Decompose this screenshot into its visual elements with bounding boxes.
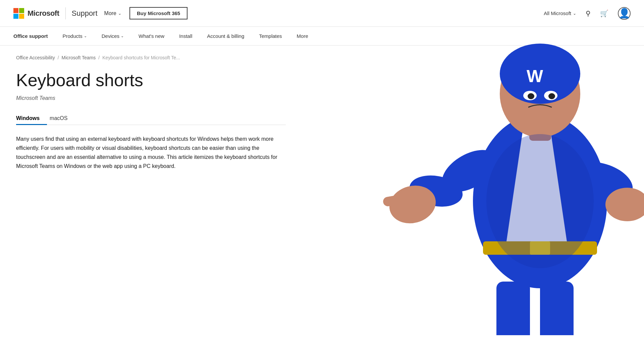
all-microsoft-button[interactable]: All Microsoft ⌄: [544, 10, 576, 16]
svg-point-0: [473, 114, 607, 184]
page-subtitle: Microsoft Teams: [16, 95, 286, 101]
body-text: Many users find that using an external k…: [16, 134, 286, 171]
breadcrumb-current: Keyboard shortcuts for Microsoft Te...: [102, 55, 180, 60]
second-nav: Office support Products ⌄ Devices ⌄ What…: [0, 27, 644, 46]
chevron-down-icon: ⌄: [118, 11, 121, 16]
nav-install[interactable]: Install: [172, 27, 200, 46]
support-label: Support: [72, 9, 98, 18]
nav-label: Office support: [13, 33, 48, 39]
more-button[interactable]: More ⌄: [104, 10, 121, 16]
nav-label: Install: [179, 33, 192, 39]
chevron-down-icon: ⌄: [573, 11, 576, 16]
cart-button[interactable]: 🛒: [600, 9, 608, 17]
nav-account-billing[interactable]: Account & billing: [200, 27, 252, 46]
all-ms-label: All Microsoft: [544, 10, 571, 16]
breadcrumb-separator: /: [58, 55, 59, 60]
svg-point-5: [523, 91, 537, 100]
svg-point-6: [544, 91, 557, 100]
account-button[interactable]: 👤: [618, 7, 631, 20]
breadcrumb-separator: /: [98, 55, 100, 60]
cart-icon: 🛒: [600, 9, 608, 17]
nav-label: What's new: [139, 33, 164, 39]
nav-right: All Microsoft ⌄ ⚲ 🛒 👤: [544, 7, 631, 20]
breadcrumb-link-teams[interactable]: Microsoft Teams: [62, 55, 96, 60]
nav-label: Templates: [259, 33, 282, 39]
chevron-down-icon: ⌄: [84, 34, 87, 38]
svg-point-9: [435, 141, 504, 184]
svg-point-7: [528, 93, 534, 99]
svg-rect-19: [529, 124, 551, 141]
nav-office-support[interactable]: Office support: [13, 27, 55, 46]
svg-text:W: W: [527, 66, 543, 86]
tab-label: Windows: [16, 115, 40, 121]
svg-marker-1: [506, 127, 567, 184]
breadcrumb-link-accessibility[interactable]: Office Accessibility: [16, 55, 55, 60]
nav-label: Products: [63, 33, 83, 39]
nav-label: More: [297, 33, 308, 39]
svg-point-10: [407, 172, 465, 184]
tab-macos[interactable]: macOS: [50, 112, 75, 125]
nav-label: Account & billing: [207, 33, 244, 39]
search-icon: ⚲: [586, 9, 591, 17]
ms-logo[interactable]: Microsoft: [13, 8, 59, 19]
buy-button[interactable]: Buy Microsoft 365: [129, 7, 187, 19]
nav-more[interactable]: More: [289, 27, 316, 46]
chevron-down-icon: ⌄: [121, 34, 124, 38]
tab-windows[interactable]: Windows: [16, 112, 47, 125]
user-icon: 👤: [618, 7, 631, 20]
svg-point-11: [385, 181, 440, 184]
more-label: More: [104, 10, 116, 16]
breadcrumb: Office Accessibility / Microsoft Teams /…: [0, 46, 644, 64]
nav-whats-new[interactable]: What's new: [131, 27, 172, 46]
ms-logo-grid: [13, 8, 24, 19]
search-button[interactable]: ⚲: [586, 9, 591, 17]
tabs: Windows macOS: [16, 112, 286, 125]
nav-devices[interactable]: Devices ⌄: [94, 27, 131, 46]
nav-label: Devices: [102, 33, 119, 39]
main-content: Keyboard shorts Microsoft Teams Windows …: [0, 64, 302, 184]
svg-point-13: [570, 155, 638, 184]
top-nav: Microsoft Support More ⌄ Buy Microsoft 3…: [0, 0, 644, 27]
nav-products[interactable]: Products ⌄: [55, 27, 94, 46]
tab-label: macOS: [50, 115, 67, 121]
nav-divider: [65, 7, 66, 19]
nav-templates[interactable]: Templates: [252, 27, 289, 46]
svg-point-20: [486, 134, 594, 184]
page-title: Keyboard shorts: [16, 70, 286, 90]
ms-logo-text: Microsoft: [28, 9, 59, 18]
svg-point-8: [548, 93, 555, 99]
